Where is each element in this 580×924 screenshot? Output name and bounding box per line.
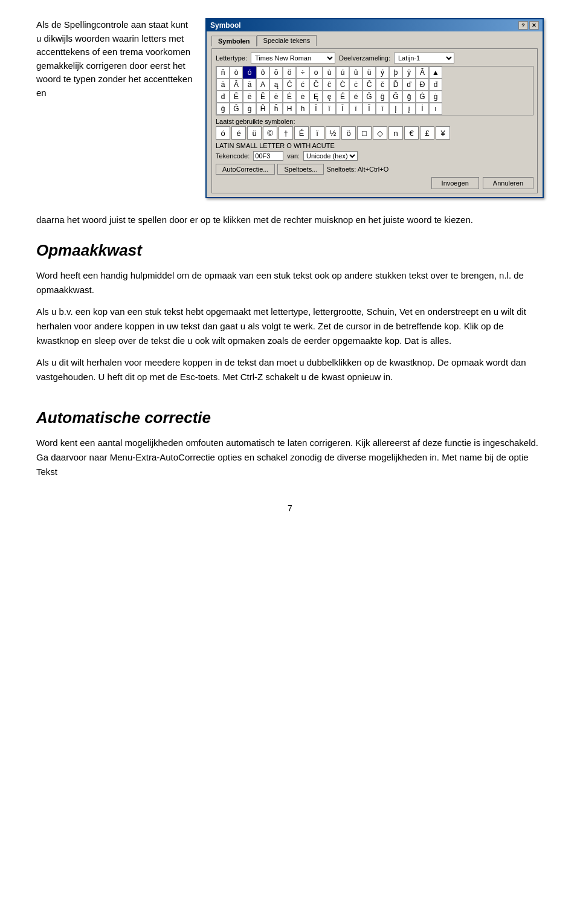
symbol-cell-selected[interactable]: ó [243,66,256,79]
symbol-cell[interactable]: Ę [309,91,323,103]
recent-cell[interactable]: ü [247,126,262,140]
speltoets-button[interactable]: Speltoets... [277,164,324,175]
symbol-cell[interactable]: č [376,79,389,91]
recent-cell[interactable]: ó [216,126,230,140]
symbol-cell[interactable]: đ [429,79,442,91]
symbol-cell[interactable]: ę [323,91,336,103]
symbol-cell[interactable]: ý [376,66,389,79]
symbol-cell[interactable]: Ī [336,103,349,115]
symbol-cell[interactable]: ò [230,66,243,79]
symbol-cell[interactable]: ċ [349,79,362,91]
deelverzameling-select[interactable]: Latijn-1 [394,53,454,63]
recent-cell[interactable]: é [231,126,246,140]
recent-cell[interactable]: ¥ [436,126,450,140]
symbol-cell[interactable]: Ĉ [309,79,323,91]
symbol-cell[interactable]: Ė [283,91,296,103]
lettertype-select[interactable]: Times New Roman [251,53,335,63]
symbol-cell[interactable]: Ĝ [230,103,243,115]
symbol-cell[interactable]: A [256,79,269,91]
dialog-tabs: Symbolen Speciale tekens [211,35,538,46]
symbol-cell[interactable]: Ğ [389,91,402,103]
symbol-cell[interactable]: é [349,91,362,103]
symbol-cell[interactable]: ÿ [402,66,416,79]
symbol-cell[interactable]: ĝ [376,91,389,103]
tekencode-input[interactable] [253,151,283,161]
recent-cell[interactable]: □ [357,126,372,140]
symbol-cell[interactable]: ı [429,103,442,115]
symbol-cell[interactable]: Ĩ [309,103,323,115]
symbol-cell[interactable]: ħ [296,103,309,115]
recent-cell[interactable]: ½ [326,126,340,140]
symbol-cell[interactable]: û [349,66,362,79]
symbol-cell[interactable]: Ē [230,91,243,103]
symbol-cell[interactable]: É [336,91,349,103]
symbol-cell[interactable]: ă [243,79,256,91]
dialog-help-button[interactable]: ? [518,21,528,30]
recent-cell[interactable]: ö [341,126,356,140]
symbol-cell[interactable]: Č [362,79,376,91]
symbol-cell[interactable]: ā [216,79,230,91]
symbol-cell[interactable]: õ [269,66,283,79]
symbol-cell[interactable]: ù [323,66,336,79]
symbol-cell[interactable]: Ď [389,79,402,91]
recent-cell[interactable]: ï [310,126,324,140]
symbol-cell[interactable]: İ [416,103,429,115]
symbol-cell[interactable]: ī [349,103,362,115]
symbol-cell[interactable]: Ć [283,79,296,91]
symbol-cell[interactable]: ñ [216,66,230,79]
tab-symbolen[interactable]: Symbolen [211,36,257,47]
symbol-cell[interactable]: Ā [416,66,429,79]
symbol-cell[interactable]: ď [402,79,416,91]
symbol-cell[interactable]: ú [336,66,349,79]
symbol-cell[interactable]: Ċ [336,79,349,91]
symbol-cell[interactable]: ė [296,91,309,103]
symbol-cell[interactable]: ą [269,79,283,91]
symbol-cell[interactable]: ▲ [429,66,442,79]
symbol-cell[interactable]: ĭ [376,103,389,115]
recent-cell[interactable]: † [279,126,293,140]
section1-paragraph-3: Als u dit wilt herhalen voor meedere kop… [36,355,544,384]
symbol-cell[interactable]: ÷ [296,66,309,79]
recent-cell[interactable]: £ [420,126,434,140]
symbol-cell[interactable]: ć [296,79,309,91]
van-select[interactable]: Unicode (hex) [303,151,358,161]
symbol-cell[interactable]: ĝ [216,103,230,115]
symbol-cell[interactable]: ĉ [323,79,336,91]
symbol-cell[interactable]: ô [256,66,269,79]
symbol-cell[interactable]: į [402,103,416,115]
invoegen-button[interactable]: Invoegen [431,177,479,189]
symbol-cell[interactable]: ġ [429,91,442,103]
symbol-cell[interactable]: ü [362,66,376,79]
symbol-cell[interactable]: ĕ [269,91,283,103]
symbol-cell[interactable]: ĥ [269,103,283,115]
tab-speciale-tekens[interactable]: Speciale tekens [257,35,317,46]
recent-cell[interactable]: © [263,126,277,140]
symbol-cell[interactable]: ĩ [323,103,336,115]
symbol-cell[interactable]: Ă [230,79,243,91]
symbol-cell[interactable]: Ĭ [362,103,376,115]
recent-cell[interactable]: € [404,126,419,140]
symbol-cell[interactable]: Ĥ [256,103,269,115]
symbol-cell[interactable]: Đ [416,79,429,91]
symbol-cell[interactable]: Ĕ [256,91,269,103]
symbol-cell[interactable]: H [283,103,296,115]
tekencode-label: Tekencode: [216,152,250,160]
symbol-cell[interactable]: ö [283,66,296,79]
symbol-cell[interactable]: ē [243,91,256,103]
symbol-cell[interactable]: ġ [243,103,256,115]
section1-heading: Opmaakkwast [36,241,544,260]
dialog-close-button[interactable]: ✕ [529,21,539,30]
symbol-cell[interactable]: Į [389,103,402,115]
symbol-cell[interactable]: þ [389,66,402,79]
symbol-cell[interactable]: ğ [402,91,416,103]
recent-cell[interactable]: ◇ [373,126,387,140]
symbol-cell[interactable]: o [309,66,323,79]
annuleren-button[interactable]: Annuleren [483,177,533,189]
symbol-cell[interactable]: Ġ [416,91,429,103]
symbol-cell[interactable]: Ĝ [362,91,376,103]
lettertype-row: Lettertype: Times New Roman Deelverzamel… [216,53,533,63]
recent-cell[interactable]: n [388,126,403,140]
autocorrectie-button[interactable]: AutoCorrectie... [216,164,275,175]
symbol-cell[interactable]: đ [216,91,230,103]
recent-cell[interactable]: É [294,126,309,140]
